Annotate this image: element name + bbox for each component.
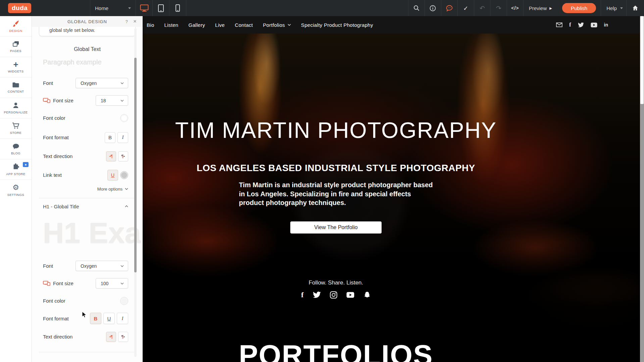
sidebar-item-settings[interactable]: ⚙ SETTINGS [0,180,32,200]
sidebar-item-blog[interactable]: BLOG [0,139,32,159]
h1-font-value: Oxygen [81,263,97,269]
save-check-button[interactable]: ✓ [458,0,474,16]
chevron-down-icon [620,7,623,9]
rtl-direction-button[interactable]: ¶▸ [118,151,128,161]
font-value: Oxygen [81,81,97,86]
app-store-new-badge: ★ [23,162,29,167]
view-portfolio-button[interactable]: View The Portfolio [290,221,382,234]
dev-mode-button[interactable]: </> [507,0,523,16]
hero-paragraph[interactable]: Tim Martin is an industrial style produc… [239,180,433,207]
devices-icon [43,98,50,103]
italic-button[interactable]: I [117,132,128,143]
site-nav-specialty[interactable]: Specialty Product Photography [301,22,373,28]
font-size-label: Font size [53,98,73,103]
h1-underline-button[interactable]: U [103,313,115,324]
font-size-dropdown[interactable]: 18 [96,95,128,106]
facebook-icon[interactable]: f [569,21,571,28]
linkedin-icon[interactable]: in [604,22,608,28]
star-icon: ★ [24,163,27,166]
global-text-heading: Global Text [32,46,143,52]
feedback-button[interactable] [441,0,457,16]
info-button[interactable] [425,0,441,16]
site-nav-bio[interactable]: Bio [147,22,154,28]
help-menu[interactable]: Help [601,0,626,16]
twitter-icon[interactable] [313,292,321,298]
bold-button[interactable]: B [105,132,115,143]
sidebar-item-design[interactable]: DESIGN [0,16,32,37]
global-design-panel: GLOBAL DESIGN ? × global style set below… [32,16,143,362]
sidebar-item-pages[interactable]: PAGES [0,37,32,57]
sidebar-item-widgets[interactable]: + WIDGETS [0,57,32,77]
sidebar-item-personalize[interactable]: PERSONALIZE [0,98,32,118]
panel-scrollbar[interactable] [134,28,137,357]
chevron-down-icon [125,188,128,190]
dashboard-home-button[interactable] [627,0,644,16]
h1-rtl-direction-button[interactable]: ¶▸ [118,332,128,342]
search-button[interactable] [408,0,425,16]
more-options-link[interactable]: More options [32,186,128,192]
sidebar-item-label: PERSONALIZE [4,110,28,114]
redo-icon: ↷ [496,4,501,12]
youtube-icon[interactable] [346,292,354,298]
undo-button[interactable]: ↶ [474,0,490,16]
site-nav-live[interactable]: Live [215,22,225,28]
h1-example-preview: H1 Exa [43,218,143,248]
h1-font-color-swatch[interactable] [120,297,128,305]
preview-button[interactable]: Preview ▶ [524,0,557,16]
chevron-down-icon [120,265,124,267]
sidebar-item-label: SETTINGS [7,193,24,197]
preview-scrollbar[interactable] [640,16,644,362]
preview-scrollbar-thumb[interactable] [640,16,644,104]
tablet-view-button[interactable] [153,0,169,16]
email-icon[interactable] [556,22,562,27]
h1-text-direction-label: Text direction [43,334,72,340]
h1-font-dropdown[interactable]: Oxygen [76,261,128,271]
h1-italic-button[interactable]: I [117,313,128,324]
desktop-view-button[interactable] [136,0,152,16]
youtube-icon[interactable] [591,22,597,28]
text-direction-label: Text direction [43,153,72,159]
sidebar-item-label: DESIGN [9,29,22,33]
site-nav-gallery[interactable]: Gallery [188,22,205,28]
site-nav-listen[interactable]: Listen [164,22,179,28]
publish-button[interactable]: Publish [562,3,596,13]
redo-button[interactable]: ↷ [491,0,507,16]
facebook-icon[interactable]: f [301,291,303,299]
underline-icon: U [111,172,115,178]
sidebar-item-content[interactable]: CONTENT [0,77,32,98]
ltr-direction-button[interactable]: ◂¶ [106,151,116,161]
h1-ltr-direction-button[interactable]: ◂¶ [106,332,116,342]
sidebar-item-label: PAGES [10,49,21,53]
font-dropdown[interactable]: Oxygen [76,78,128,88]
sidebar-item-store[interactable]: STORE [0,118,32,139]
link-underline-button[interactable]: U [107,170,118,180]
link-color-swatch[interactable] [120,171,128,179]
h1-font-size-dropdown[interactable]: 100 [96,278,128,289]
instagram-icon[interactable] [330,291,337,299]
folder-icon [12,82,19,88]
site-nav-contact[interactable]: Contact [235,22,253,28]
twitter-icon[interactable] [578,22,584,28]
undo-icon: ↶ [480,4,485,12]
play-icon: ▶ [549,6,552,10]
font-label: Font [43,80,53,86]
sidebar-item-label: APP STORE [6,172,26,176]
snapchat-icon[interactable] [363,291,371,299]
page-selector[interactable]: Home [90,0,136,16]
h1-section-header[interactable]: H1 - Global Title [43,203,128,210]
mobile-view-button[interactable] [169,0,186,16]
font-format-label: Font format [43,135,69,140]
cart-icon [12,122,19,129]
h1-bold-button[interactable]: B [90,313,101,324]
panel-scrollbar-thumb[interactable] [134,58,137,272]
h1-text-direction-row: Text direction ◂¶ ¶▸ [43,331,128,342]
search-icon [413,5,419,11]
duda-logo[interactable]: duda [8,3,31,13]
h1-font-size-value: 100 [101,281,108,286]
font-color-swatch[interactable] [120,114,128,122]
sidebar-item-app-store[interactable]: ★ APP STORE [0,159,32,180]
rtl-paragraph-icon: ¶▸ [121,154,125,159]
panel-help-button[interactable]: ? [126,19,128,24]
panel-close-button[interactable]: × [133,18,137,25]
site-nav-portfolios[interactable]: Portfolios [263,22,291,28]
